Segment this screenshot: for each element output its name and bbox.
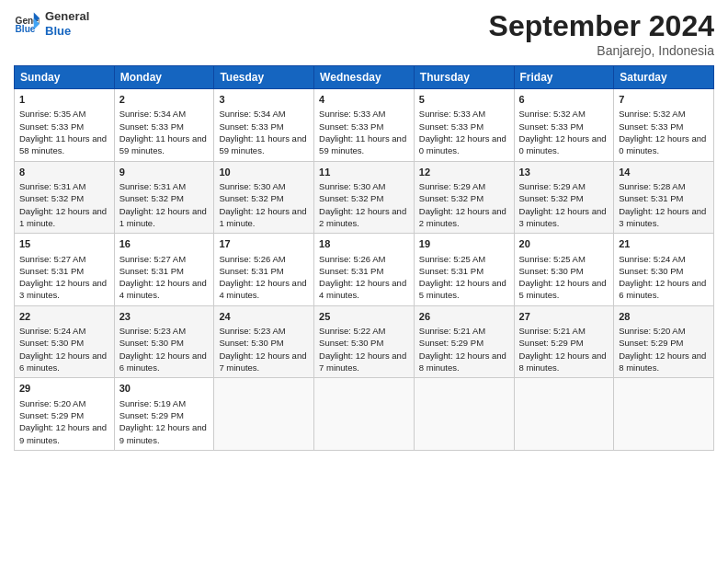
calendar-cell: 27Sunrise: 5:21 AMSunset: 5:29 PMDayligh… bbox=[514, 305, 614, 378]
calendar-cell: 30Sunrise: 5:19 AMSunset: 5:29 PMDayligh… bbox=[114, 378, 214, 451]
location: Banjarejo, Indonesia bbox=[489, 43, 714, 58]
sunrise-text: Sunrise: 5:26 AM bbox=[319, 253, 409, 265]
daylight-text: Daylight: 12 hours and 2 minutes. bbox=[419, 205, 509, 230]
sunrise-text: Sunrise: 5:20 AM bbox=[619, 325, 709, 337]
title-section: September 2024 Banjarejo, Indonesia bbox=[489, 9, 714, 58]
sunrise-text: Sunrise: 5:21 AM bbox=[519, 325, 609, 337]
sunset-text: Sunset: 5:30 PM bbox=[219, 337, 309, 349]
daylight-text: Daylight: 12 hours and 5 minutes. bbox=[419, 277, 509, 302]
calendar-cell: 29Sunrise: 5:20 AMSunset: 5:29 PMDayligh… bbox=[15, 378, 115, 451]
day-header-thursday: Thursday bbox=[414, 66, 514, 89]
logo-general: General bbox=[45, 9, 89, 24]
day-number: 26 bbox=[419, 310, 509, 324]
calendar-cell bbox=[514, 378, 614, 451]
sunrise-text: Sunrise: 5:24 AM bbox=[19, 325, 109, 337]
sunset-text: Sunset: 5:29 PM bbox=[419, 337, 509, 349]
month-title: September 2024 bbox=[489, 9, 714, 43]
header: General Blue General Blue September 2024… bbox=[14, 9, 714, 58]
calendar-header-row: SundayMondayTuesdayWednesdayThursdayFrid… bbox=[15, 66, 714, 89]
sunset-text: Sunset: 5:31 PM bbox=[419, 265, 509, 277]
sunrise-text: Sunrise: 5:35 AM bbox=[19, 108, 109, 120]
sunset-text: Sunset: 5:32 PM bbox=[419, 192, 509, 204]
day-number: 23 bbox=[119, 310, 210, 324]
sunset-text: Sunset: 5:32 PM bbox=[219, 192, 309, 204]
day-number: 27 bbox=[519, 310, 609, 324]
daylight-text: Daylight: 12 hours and 8 minutes. bbox=[519, 350, 609, 374]
sunset-text: Sunset: 5:32 PM bbox=[519, 192, 609, 204]
calendar-cell: 3Sunrise: 5:34 AMSunset: 5:33 PMDaylight… bbox=[214, 89, 314, 162]
day-number: 10 bbox=[219, 166, 309, 179]
daylight-text: Daylight: 12 hours and 3 minutes. bbox=[619, 205, 709, 230]
calendar-table: SundayMondayTuesdayWednesdayThursdayFrid… bbox=[14, 65, 714, 451]
sunrise-text: Sunrise: 5:27 AM bbox=[19, 253, 109, 265]
sunset-text: Sunset: 5:29 PM bbox=[119, 409, 210, 421]
calendar-cell: 25Sunrise: 5:22 AMSunset: 5:30 PMDayligh… bbox=[314, 305, 415, 378]
daylight-text: Daylight: 12 hours and 1 minute. bbox=[119, 205, 210, 230]
day-number: 2 bbox=[119, 93, 210, 107]
daylight-text: Daylight: 12 hours and 2 minutes. bbox=[319, 205, 409, 230]
sunset-text: Sunset: 5:30 PM bbox=[619, 265, 709, 277]
day-number: 28 bbox=[619, 310, 709, 324]
svg-text:Blue: Blue bbox=[16, 24, 36, 34]
day-number: 5 bbox=[419, 93, 509, 107]
day-number: 8 bbox=[19, 166, 109, 179]
calendar-cell: 12Sunrise: 5:29 AMSunset: 5:32 PMDayligh… bbox=[414, 161, 514, 234]
sunrise-text: Sunrise: 5:30 AM bbox=[219, 180, 309, 192]
sunrise-text: Sunrise: 5:34 AM bbox=[219, 108, 309, 120]
sunset-text: Sunset: 5:29 PM bbox=[19, 409, 109, 421]
sunrise-text: Sunrise: 5:29 AM bbox=[419, 180, 509, 192]
calendar-cell: 24Sunrise: 5:23 AMSunset: 5:30 PMDayligh… bbox=[214, 305, 314, 378]
calendar-cell: 4Sunrise: 5:33 AMSunset: 5:33 PMDaylight… bbox=[314, 89, 415, 162]
sunrise-text: Sunrise: 5:25 AM bbox=[519, 253, 609, 265]
calendar-cell bbox=[414, 378, 514, 451]
sunrise-text: Sunrise: 5:23 AM bbox=[119, 325, 210, 337]
daylight-text: Daylight: 12 hours and 7 minutes. bbox=[319, 350, 409, 374]
calendar-cell: 21Sunrise: 5:24 AMSunset: 5:30 PMDayligh… bbox=[614, 234, 714, 306]
daylight-text: Daylight: 12 hours and 1 minute. bbox=[19, 205, 109, 230]
daylight-text: Daylight: 11 hours and 58 minutes. bbox=[19, 132, 109, 157]
sunset-text: Sunset: 5:33 PM bbox=[219, 121, 309, 132]
daylight-text: Daylight: 12 hours and 6 minutes. bbox=[619, 277, 709, 302]
sunrise-text: Sunrise: 5:33 AM bbox=[319, 108, 409, 120]
sunset-text: Sunset: 5:33 PM bbox=[619, 121, 709, 132]
calendar-cell: 2Sunrise: 5:34 AMSunset: 5:33 PMDaylight… bbox=[114, 89, 214, 162]
logo-blue: Blue bbox=[45, 24, 89, 39]
day-number: 4 bbox=[319, 93, 409, 107]
day-number: 24 bbox=[219, 310, 309, 324]
day-number: 14 bbox=[619, 166, 709, 179]
day-header-tuesday: Tuesday bbox=[214, 66, 314, 89]
calendar-cell: 22Sunrise: 5:24 AMSunset: 5:30 PMDayligh… bbox=[15, 305, 115, 378]
day-number: 17 bbox=[219, 237, 309, 251]
week-row-5: 29Sunrise: 5:20 AMSunset: 5:29 PMDayligh… bbox=[15, 378, 714, 451]
sunrise-text: Sunrise: 5:26 AM bbox=[219, 253, 309, 265]
calendar-cell: 18Sunrise: 5:26 AMSunset: 5:31 PMDayligh… bbox=[314, 234, 415, 306]
daylight-text: Daylight: 12 hours and 4 minutes. bbox=[319, 277, 409, 302]
calendar-cell: 1Sunrise: 5:35 AMSunset: 5:33 PMDaylight… bbox=[15, 89, 115, 162]
week-row-2: 8Sunrise: 5:31 AMSunset: 5:32 PMDaylight… bbox=[15, 161, 714, 234]
calendar-cell: 13Sunrise: 5:29 AMSunset: 5:32 PMDayligh… bbox=[514, 161, 614, 234]
sunset-text: Sunset: 5:32 PM bbox=[319, 192, 409, 204]
calendar-cell: 10Sunrise: 5:30 AMSunset: 5:32 PMDayligh… bbox=[214, 161, 314, 234]
calendar-cell bbox=[614, 378, 714, 451]
calendar-cell: 8Sunrise: 5:31 AMSunset: 5:32 PMDaylight… bbox=[15, 161, 115, 234]
sunrise-text: Sunrise: 5:32 AM bbox=[619, 108, 709, 120]
sunset-text: Sunset: 5:31 PM bbox=[619, 192, 709, 204]
day-number: 21 bbox=[619, 237, 709, 251]
sunset-text: Sunset: 5:30 PM bbox=[519, 265, 609, 277]
sunset-text: Sunset: 5:30 PM bbox=[319, 337, 409, 349]
sunrise-text: Sunrise: 5:34 AM bbox=[119, 108, 210, 120]
day-header-monday: Monday bbox=[114, 66, 214, 89]
day-number: 11 bbox=[319, 166, 409, 179]
day-number: 1 bbox=[19, 93, 109, 107]
calendar-cell: 11Sunrise: 5:30 AMSunset: 5:32 PMDayligh… bbox=[314, 161, 415, 234]
calendar-cell: 15Sunrise: 5:27 AMSunset: 5:31 PMDayligh… bbox=[15, 234, 115, 306]
sunrise-text: Sunrise: 5:28 AM bbox=[619, 180, 709, 192]
daylight-text: Daylight: 12 hours and 8 minutes. bbox=[419, 350, 509, 374]
calendar-cell bbox=[314, 378, 415, 451]
daylight-text: Daylight: 11 hours and 59 minutes. bbox=[219, 132, 309, 157]
daylight-text: Daylight: 12 hours and 0 minutes. bbox=[619, 132, 709, 157]
sunrise-text: Sunrise: 5:31 AM bbox=[119, 180, 210, 192]
calendar-cell bbox=[214, 378, 314, 451]
day-number: 6 bbox=[519, 93, 609, 107]
day-header-saturday: Saturday bbox=[614, 66, 714, 89]
